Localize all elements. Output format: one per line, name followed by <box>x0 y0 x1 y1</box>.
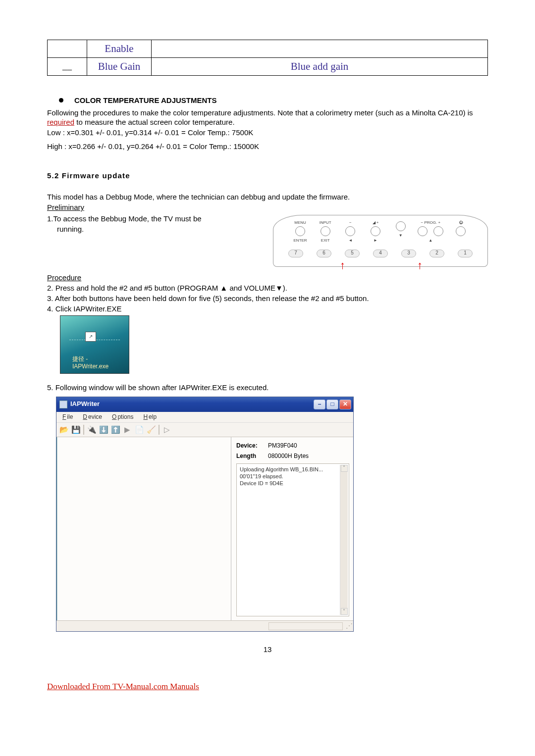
iap-client-area: Device: PM39F040 Length 080000H Bytes Up… <box>56 437 353 620</box>
window-buttons: – □ ✕ <box>314 400 351 409</box>
iap-app-icon <box>59 401 67 408</box>
connect-icon[interactable]: 🔌 <box>86 424 97 435</box>
resize-grip-icon[interactable]: ⋰ <box>346 622 351 631</box>
panel-num-7: 7 <box>288 250 303 257</box>
color-temp-paragraph: Following the procedures to make the col… <box>47 108 488 127</box>
cell-r1c2: Enable <box>87 40 152 58</box>
shortcut-arrow-icon <box>85 332 96 342</box>
open-icon[interactable]: 📂 <box>58 424 69 435</box>
cell-r1c3 <box>152 40 488 58</box>
high-line: High : x=0.266 +/- 0.01, y=0.264 +/- 0.0… <box>47 142 488 151</box>
cell-r2c2: Blue Gain <box>87 57 152 75</box>
section-5-2-heading: 5.2 Firmware update <box>47 171 488 180</box>
run-icon[interactable]: ▶ <box>122 424 133 435</box>
cell-r1c1 <box>48 40 87 58</box>
doc-icon[interactable]: 📄 <box>134 424 145 435</box>
low-line: Low : x=0.301 +/- 0.01, y=0.314 +/- 0.01… <box>47 128 488 137</box>
erase-icon[interactable]: 🧹 <box>146 424 157 435</box>
panel-num-6: 6 <box>317 250 331 257</box>
log-line-2: 00'01''19 elapsed. <box>240 473 346 480</box>
panel-btn-prog: − PROG. +▲ <box>416 220 445 243</box>
page: Enable __ Blue Gain Blue add gain COLOR … <box>0 0 535 712</box>
panel-num-2: 2 <box>429 250 444 257</box>
iapwriter-desktop-icon: 捷径 - IAPWriter.exe <box>60 315 129 374</box>
length-row: Length 080000H Bytes <box>236 453 349 460</box>
device-key: Device: <box>236 442 262 450</box>
panel-num-5: 5 <box>345 250 360 257</box>
step1-and-panel: 1.To access the Bebbug Mode, the TV must… <box>47 213 488 266</box>
step3: 3. After both buttons have been held dow… <box>47 294 488 303</box>
panel-btn-down: ▼ <box>391 220 411 238</box>
toolbar-separator-2 <box>159 425 160 435</box>
red-arrow-5-icon: ↑ <box>340 258 345 272</box>
step5: 5. Following window will be shown after … <box>47 383 488 392</box>
minimize-button[interactable]: – <box>314 400 325 409</box>
iap-right-pane: Device: PM39F040 Length 080000H Bytes Up… <box>231 437 353 620</box>
scroll-up-icon[interactable]: ˄ <box>341 465 348 472</box>
panel-btn-power: ⏻ <box>451 220 471 238</box>
section-color-temp-title: COLOR TEMPERATURE ADJUSTMENTS <box>74 96 217 105</box>
step1-text: 1.To access the Bebbug Mode, the TV must… <box>47 213 263 266</box>
status-cell <box>268 622 343 630</box>
panel-number-row: 7 6 5 4 3 2 1 ↑ ↑ <box>288 250 473 257</box>
log-textarea[interactable]: Uploading Algorithm WB_16.BIN... 00'01''… <box>236 463 349 616</box>
p1-part1: Following the procedures to make the col… <box>47 108 473 117</box>
step4: 4. Click IAPWriter.EXE <box>47 304 488 313</box>
footer-source-link[interactable]: Downloaded From TV-Manual.com Manuals <box>47 681 199 692</box>
log-line-3: Device ID = 9D4E <box>240 480 346 487</box>
panel-num-1: 1 <box>458 250 473 257</box>
step1-line2: running. <box>47 224 263 234</box>
tv-control-panel-figure: MENUENTER INPUTEXIT −◄ ◢ +► ▼ − PROG. +▲… <box>273 213 488 266</box>
procedure-heading: Procedure <box>47 273 488 282</box>
panel-btn-input: INPUTEXIT <box>316 220 335 243</box>
upload-chip-icon[interactable]: ⬆️ <box>110 424 121 435</box>
iapwriter-window: IAPWriter – □ ✕ File Device Options Help… <box>56 397 354 632</box>
menu-options[interactable]: Options <box>110 413 134 421</box>
bullet-icon <box>59 98 63 102</box>
debbug-paragraph: This model has a Debbug Mode, where the … <box>47 192 488 202</box>
log-line-1: Uploading Algorithm WB_16.BIN... <box>240 466 346 473</box>
step1-line1: 1.To access the Bebbug Mode, the TV must… <box>47 214 263 223</box>
log-scrollbar[interactable]: ˄ ˅ <box>340 465 348 615</box>
panel-btn-volminus: −◄ <box>340 220 360 243</box>
close-button[interactable]: ✕ <box>339 400 351 409</box>
panel-circle-icon <box>295 226 305 236</box>
panel-btn-volplus: ◢ +► <box>366 220 385 243</box>
menu-file[interactable]: File <box>60 413 74 421</box>
menu-device[interactable]: Device <box>81 413 103 421</box>
download-chip-icon[interactable]: ⬇️ <box>98 424 109 435</box>
section-color-temp-heading: COLOR TEMPERATURE ADJUSTMENTS <box>47 96 488 105</box>
p1-required: required <box>47 118 74 126</box>
iap-toolbar: 📂 💾 🔌 ⬇️ ⬆️ ▶ 📄 🧹 ▷ <box>56 422 353 437</box>
red-arrow-2-icon: ↑ <box>417 258 423 272</box>
iap-window-title: IAPWriter <box>70 400 100 408</box>
menu-help[interactable]: Help <box>141 413 158 421</box>
panel-num-3: 3 <box>401 250 416 257</box>
device-value: PM39F040 <box>268 442 297 450</box>
length-key: Length <box>236 453 262 460</box>
panel-btn-menu: MENUENTER <box>290 220 310 243</box>
page-number: 13 <box>47 645 488 654</box>
maximize-button[interactable]: □ <box>326 400 338 409</box>
iap-icon-label1: 捷径 - <box>72 355 129 363</box>
iap-icon-label2: IAPWriter.exe <box>72 363 129 370</box>
cell-r2c1: __ <box>48 57 87 75</box>
save-icon[interactable]: 💾 <box>70 424 81 435</box>
cell-r2c3: Blue add gain <box>152 57 488 75</box>
panel-num-4: 4 <box>373 250 388 257</box>
iap-menu-bar: File Device Options Help <box>56 412 353 422</box>
scroll-down-icon[interactable]: ˅ <box>341 608 348 615</box>
preliminary-heading: Preliminary <box>47 202 488 212</box>
toolbar-separator <box>83 425 84 435</box>
next-icon[interactable]: ▷ <box>161 424 172 435</box>
panel-top-row: MENUENTER INPUTEXIT −◄ ◢ +► ▼ − PROG. +▲… <box>288 220 473 243</box>
length-value: 080000H Bytes <box>268 453 309 460</box>
p1-tail: to measure the actual screen color tempe… <box>74 118 235 126</box>
device-row: Device: PM39F040 <box>236 442 349 450</box>
gain-table: Enable __ Blue Gain Blue add gain <box>47 40 488 76</box>
step2: 2. Press and hold the #2 and #5 button (… <box>47 283 488 293</box>
iap-status-bar: ⋰ <box>56 620 353 631</box>
iap-titlebar: IAPWriter – □ ✕ <box>56 397 353 412</box>
panel-drawing: MENUENTER INPUTEXIT −◄ ◢ +► ▼ − PROG. +▲… <box>273 215 488 266</box>
iap-left-pane <box>56 437 231 620</box>
